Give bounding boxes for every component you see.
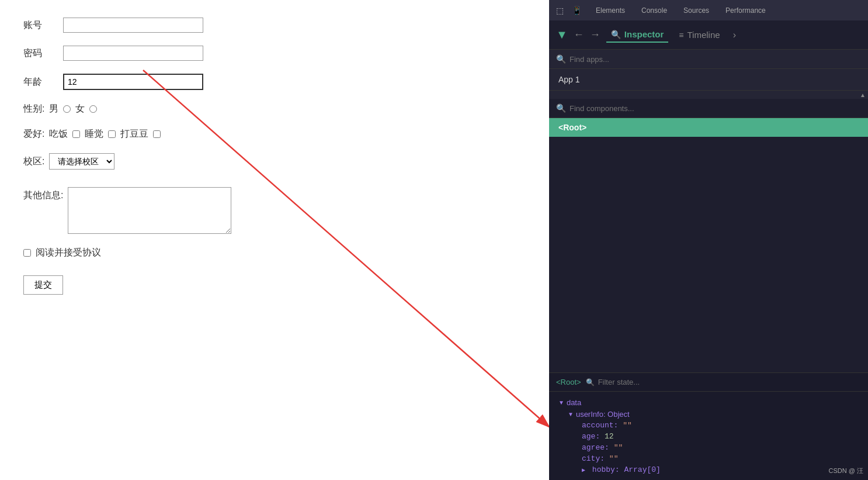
find-components-input[interactable]: [570, 104, 861, 113]
tab-sources[interactable]: Sources: [679, 4, 714, 17]
state-root-tag: <Root>: [556, 378, 581, 386]
userinfo-block: ▼ userInfo: Object account: "" age: 12: [558, 409, 859, 475]
gender-female-label: 女: [75, 103, 85, 115]
root-component-item[interactable]: <Root>: [549, 118, 868, 137]
hobby1-checkbox[interactable]: [72, 130, 80, 138]
data-key-label: data: [567, 398, 581, 407]
scroll-up-indicator: ▲: [549, 91, 868, 99]
forward-arrow[interactable]: →: [590, 29, 600, 41]
devtools-topbar: ⬚ 📱 Elements Console Sources Performance: [549, 0, 868, 20]
hobby-prop: hobby: Array[0]: [592, 465, 661, 474]
hobby2-checkbox[interactable]: [108, 130, 116, 138]
search-apps-icon: 🔍: [556, 54, 566, 64]
find-components-row: 🔍: [556, 103, 861, 113]
gender-male-radio[interactable]: [63, 105, 71, 113]
vue-header: ▼ ← → 🔍 Inspector ≡ Timeline ›: [549, 20, 868, 50]
hobby3-checkbox[interactable]: [153, 130, 161, 138]
agree-label: 阅读并接受协议: [36, 247, 101, 259]
age-input[interactable]: [63, 74, 203, 90]
gender-group: 男 女: [49, 103, 97, 115]
account-label: 账号: [23, 19, 58, 32]
vue-logo: ▼: [556, 28, 568, 42]
hobby-label: 爱好:: [23, 128, 44, 140]
other-info-row: 其他信息:: [23, 187, 526, 234]
find-apps-input[interactable]: [570, 55, 861, 64]
campus-row: 校区: 请选择校区: [23, 153, 526, 170]
filter-state-row: 🔍: [586, 378, 696, 386]
data-triangle: ▼: [558, 399, 564, 406]
inspector-label: Inspector: [624, 29, 664, 39]
city-val: "": [609, 454, 619, 463]
hobby-row: 爱好: 吃饭 睡觉 打豆豆: [23, 128, 526, 140]
find-components-area: 🔍: [549, 99, 868, 118]
agree-prop: agree:: [582, 443, 609, 452]
form-panel: 账号 密码 年龄 性别: 男 女 爱好: 吃饭 睡觉 打豆豆: [0, 0, 549, 480]
filter-state-input[interactable]: [598, 378, 696, 386]
inspector-tab[interactable]: 🔍 Inspector: [606, 27, 669, 43]
other-textarea[interactable]: [68, 187, 231, 234]
userinfo-header: ▼ userInfo: Object: [568, 409, 859, 420]
filter-search-icon: 🔍: [586, 378, 595, 386]
devtools-panel: ⬚ 📱 Elements Console Sources Performance…: [549, 0, 868, 480]
app1-item[interactable]: App 1: [549, 69, 868, 91]
userinfo-triangle: ▼: [568, 411, 574, 417]
gender-row: 性别: 男 女: [23, 103, 526, 115]
gender-label: 性别:: [23, 103, 44, 115]
other-label: 其他信息:: [23, 187, 63, 202]
agree-row: 阅读并接受协议: [23, 247, 526, 259]
tab-elements[interactable]: Elements: [591, 4, 630, 17]
account-data-item: account: "": [568, 420, 859, 431]
city-data-item: city: "": [568, 453, 859, 464]
watermark: CSDN @ 汪: [829, 467, 863, 475]
age-val: 12: [605, 432, 614, 441]
city-prop: city:: [582, 454, 605, 463]
device-icon[interactable]: 📱: [570, 5, 584, 16]
timeline-label: Timeline: [687, 30, 720, 40]
hobby1-label: 吃饭: [49, 128, 68, 140]
age-data-item: age: 12: [568, 431, 859, 442]
account-row: 账号: [23, 18, 526, 33]
cursor-icon[interactable]: ⬚: [554, 5, 566, 16]
gender-male-label: 男: [49, 103, 58, 115]
age-label: 年龄: [23, 76, 58, 88]
hobby-group: 吃饭 睡觉 打豆豆: [49, 128, 161, 140]
data-section: ▼ data ▼ userInfo: Object account: "" ag…: [549, 392, 868, 480]
gender-female-radio[interactable]: [89, 105, 97, 113]
devtools-icon-group: ⬚ 📱: [554, 5, 584, 16]
account-prop: account:: [582, 421, 618, 430]
timeline-tab[interactable]: ≡ Timeline: [674, 27, 724, 42]
more-button[interactable]: ›: [733, 30, 736, 40]
find-apps-row: 🔍: [556, 54, 861, 64]
password-input[interactable]: [63, 46, 203, 61]
inspector-icon: 🔍: [611, 30, 621, 39]
agree-checkbox[interactable]: [23, 249, 31, 257]
state-header: <Root> 🔍: [549, 373, 868, 392]
agree-data-item: agree: "": [568, 442, 859, 453]
hobby-triangle: ▶: [582, 467, 585, 474]
campus-select[interactable]: 请选择校区: [49, 153, 114, 170]
state-panel: <Root> 🔍 ▼ data ▼ userInfo: Object: [549, 372, 868, 480]
hobby2-label: 睡觉: [85, 128, 103, 140]
data-key-row: ▼ data: [558, 396, 859, 409]
tab-console[interactable]: Console: [637, 4, 672, 17]
back-arrow[interactable]: ←: [574, 29, 584, 41]
timeline-icon: ≡: [679, 30, 683, 40]
account-input[interactable]: [63, 18, 203, 33]
tab-performance[interactable]: Performance: [721, 4, 770, 17]
account-val: "": [623, 421, 632, 430]
hobby3-label: 打豆豆: [120, 128, 148, 140]
agree-val: "": [614, 443, 623, 452]
userinfo-label: userInfo: Object: [576, 410, 630, 419]
submit-button[interactable]: 提交: [23, 275, 63, 295]
find-apps-area: 🔍: [549, 50, 868, 69]
age-prop: age:: [582, 432, 600, 441]
search-components-icon: 🔍: [556, 103, 566, 113]
password-row: 密码: [23, 46, 526, 61]
red-arrow: [0, 0, 549, 480]
age-row: 年龄: [23, 74, 526, 90]
hobby-data-item: ▶ hobby: Array[0]: [568, 464, 859, 475]
password-label: 密码: [23, 47, 58, 60]
component-tree: [549, 137, 868, 372]
campus-label: 校区:: [23, 156, 44, 168]
